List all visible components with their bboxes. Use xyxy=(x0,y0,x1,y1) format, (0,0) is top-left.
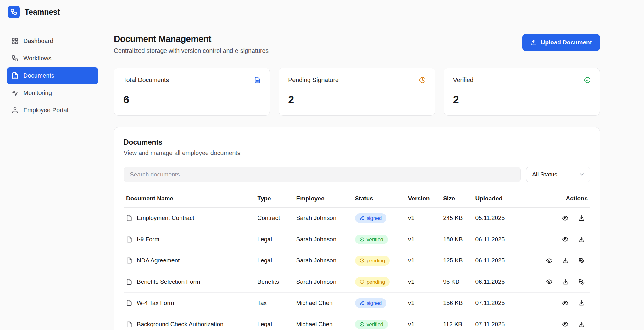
view-button[interactable] xyxy=(561,214,569,222)
eye-icon xyxy=(546,278,552,285)
table-row: I-9 Form Legal Sarah Johnson verified v1… xyxy=(124,229,590,250)
panel-subtitle: View and manage all employee documents xyxy=(124,149,590,157)
stat-card-verified: Verified 2 xyxy=(444,68,600,116)
stat-label: Verified xyxy=(453,76,474,84)
table-row: Benefits Selection Form Benefits Sarah J… xyxy=(124,271,590,293)
document-version: v1 xyxy=(405,293,440,314)
file-icon xyxy=(254,77,261,83)
column-header-version: Version xyxy=(405,190,440,208)
column-header-uploaded: Uploaded xyxy=(472,190,535,208)
status-badge-label: signed xyxy=(367,215,382,221)
view-button[interactable] xyxy=(561,299,569,307)
document-type: Benefits xyxy=(254,271,293,293)
document-type: Tax xyxy=(254,293,293,314)
document-size: 156 KB xyxy=(440,293,472,314)
status-badge-label: signed xyxy=(367,300,382,306)
pen-icon xyxy=(360,301,364,305)
document-uploaded: 05.11.2025 xyxy=(472,208,535,229)
view-button[interactable] xyxy=(561,320,569,328)
download-button[interactable] xyxy=(578,321,585,328)
document-type: Contract xyxy=(254,208,293,229)
document-uploaded: 06.11.2025 xyxy=(472,250,535,271)
file-icon xyxy=(126,257,132,264)
document-version: v1 xyxy=(405,208,440,229)
sidebar-item-label: Monitoring xyxy=(23,89,52,97)
pen-icon xyxy=(360,216,364,220)
eye-icon xyxy=(546,257,552,264)
file-icon xyxy=(126,236,132,243)
download-icon xyxy=(578,215,585,221)
document-size: 180 KB xyxy=(440,229,472,250)
column-header-type: Type xyxy=(254,190,293,208)
clock-icon xyxy=(419,77,426,83)
page-header: Document Management Centralized storage … xyxy=(114,34,600,54)
status-badge: signed xyxy=(355,213,387,223)
clock-icon xyxy=(360,280,364,284)
status-badge: pending xyxy=(355,277,390,287)
file-icon xyxy=(126,300,132,306)
status-badge-label: verified xyxy=(367,322,383,327)
column-header-actions: Actions xyxy=(535,190,590,208)
stat-card-pending-signature: Pending Signature 2 xyxy=(279,68,435,116)
upload-button-label: Upload Document xyxy=(541,39,592,46)
status-badge-label: pending xyxy=(367,258,385,263)
documents-table: Document Name Type Employee Status Versi… xyxy=(124,190,590,330)
download-button[interactable] xyxy=(578,299,585,307)
download-button[interactable] xyxy=(562,278,569,286)
sidebar-item-employee-portal[interactable]: Employee Portal xyxy=(7,102,98,119)
upload-document-button[interactable]: Upload Document xyxy=(522,34,600,51)
document-employee: Michael Chen xyxy=(293,293,352,314)
view-button[interactable] xyxy=(545,278,553,286)
download-icon xyxy=(578,236,585,243)
sidebar-item-monitoring[interactable]: Monitoring xyxy=(7,85,98,101)
document-type: Legal xyxy=(254,229,293,250)
status-filter-dropdown[interactable]: All Status xyxy=(526,167,590,182)
status-badge-label: verified xyxy=(367,237,383,242)
search-input[interactable] xyxy=(124,167,521,182)
stat-cards: Total Documents 6 Pending Signature 2 xyxy=(114,68,600,116)
stat-card-total-documents: Total Documents 6 xyxy=(114,68,270,116)
chevron-down-icon xyxy=(579,171,585,177)
status-badge: verified xyxy=(355,320,388,329)
table-row: Background Check Authorization Legal Mic… xyxy=(124,314,590,330)
download-icon xyxy=(562,279,569,285)
download-icon xyxy=(578,321,585,327)
page-subtitle: Centralized storage with version control… xyxy=(114,47,269,54)
document-icon xyxy=(11,72,19,79)
column-header-document-name: Document Name xyxy=(124,190,254,208)
document-name: I-9 Form xyxy=(137,236,159,243)
status-badge: pending xyxy=(355,256,390,266)
download-button[interactable] xyxy=(562,257,569,264)
document-uploaded: 06.11.2025 xyxy=(472,229,535,250)
file-icon xyxy=(126,321,132,327)
pen-tool-icon xyxy=(578,257,585,264)
documents-panel: Documents View and manage all employee d… xyxy=(114,127,600,330)
document-uploaded: 06.11.2025 xyxy=(472,271,535,293)
download-icon xyxy=(562,257,569,264)
sign-button[interactable] xyxy=(578,278,585,286)
download-button[interactable] xyxy=(578,236,585,243)
document-size: 95 KB xyxy=(440,271,472,293)
sidebar-item-documents[interactable]: Documents xyxy=(7,67,98,84)
download-button[interactable] xyxy=(578,214,585,222)
document-uploaded: 07.11.2025 xyxy=(472,314,535,330)
eye-icon xyxy=(562,321,569,327)
document-version: v1 xyxy=(405,271,440,293)
sidebar-item-workflows[interactable]: Workflows xyxy=(7,50,98,67)
sidebar-item-label: Workflows xyxy=(23,55,52,62)
teamnest-logo xyxy=(8,6,20,18)
sidebar-item-dashboard[interactable]: Dashboard xyxy=(7,33,98,49)
document-name: Benefits Selection Form xyxy=(137,278,200,285)
table-row: NDA Agreement Legal Sarah Johnson pendin… xyxy=(124,250,590,271)
document-employee: Sarah Johnson xyxy=(293,271,352,293)
sign-button[interactable] xyxy=(578,257,585,264)
workflow-logo-icon xyxy=(10,8,17,15)
view-button[interactable] xyxy=(545,257,553,265)
document-name: Background Check Authorization xyxy=(137,321,224,328)
document-employee: Michael Chen xyxy=(293,314,352,330)
document-size: 125 KB xyxy=(440,250,472,271)
file-icon xyxy=(126,279,132,285)
sidebar-item-label: Employee Portal xyxy=(23,107,68,114)
view-button[interactable] xyxy=(561,235,569,243)
dashboard-icon xyxy=(11,37,19,45)
